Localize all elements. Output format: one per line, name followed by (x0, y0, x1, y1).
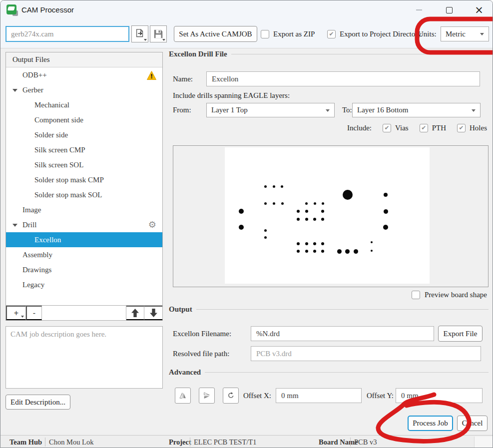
excellon-filename-label: Excellon Filename: (173, 326, 231, 341)
output-rule (196, 309, 489, 310)
mirror-vertical-icon (202, 390, 211, 401)
cam-job-description[interactable]: CAM job description goes here. (5, 326, 163, 389)
camjob-filename-input[interactable]: gerb274x.cam (5, 26, 129, 42)
include-holes-label: Holes (470, 124, 487, 132)
layer-from-select[interactable]: Layer 1 Top (206, 103, 335, 117)
tree-item-solder-side[interactable]: Solder side (6, 127, 162, 142)
drill-hole-dot (313, 218, 316, 221)
rotate-button[interactable] (223, 388, 239, 404)
name-input[interactable]: Excellon (206, 71, 480, 86)
tree-item-label: ODB++ (6, 71, 47, 79)
resize-grip[interactable] (474, 437, 493, 448)
drill-hole-dot (322, 202, 324, 205)
units-value: Metric (446, 30, 466, 38)
board-name-label: Board Name (319, 436, 358, 448)
export-file-button[interactable]: Export File (438, 326, 483, 342)
drill-hole-dot (281, 202, 284, 205)
tree-item-drill[interactable]: Drill⚙ (6, 217, 162, 232)
tree-item-label: Solder side (6, 131, 68, 139)
tree-item-label: Silk screen SOL (6, 161, 83, 169)
process-job-button[interactable]: Process Job (408, 416, 453, 431)
gear-icon[interactable]: ⚙ (148, 220, 156, 230)
project-value: ELEC PCB TEST/T1 (194, 436, 256, 448)
drill-hole-dot (321, 218, 324, 221)
export-dropdown-caret-icon[interactable] (144, 39, 147, 41)
tree-item-excellon[interactable]: Excellon (6, 232, 162, 247)
board-name-value: PCB v3 (354, 436, 377, 448)
tree-item-odb-[interactable]: ODB++! (6, 67, 162, 82)
drill-hole-dot (297, 210, 300, 213)
include-holes-checkbox[interactable]: ✔ (457, 124, 466, 132)
maximize-button[interactable] (440, 0, 458, 19)
drill-hole-dot (264, 202, 267, 205)
minimize-button[interactable] (410, 0, 428, 19)
output-title: Output (169, 305, 192, 314)
from-label: From: (173, 103, 191, 117)
drill-hole-dot (264, 185, 267, 188)
expander-icon[interactable] (12, 224, 17, 227)
excellon-filename-input[interactable]: %N.drd (251, 326, 434, 341)
add-dropdown-caret-icon[interactable] (21, 316, 24, 318)
tree-item-solder-stop-mask-sol[interactable]: Solder stop mask SOL (6, 187, 162, 202)
tree-item-component-side[interactable]: Component side (6, 112, 162, 127)
tree-item-drawings[interactable]: Drawings (6, 262, 162, 277)
tree-item-silk-screen-cmp[interactable]: Silk screen CMP (6, 142, 162, 157)
output-section-header: Output (169, 305, 489, 313)
include-vias-label: Vias (395, 124, 409, 132)
preview-board-shape-checkbox[interactable] (412, 291, 420, 299)
drill-hole-dot (321, 210, 324, 213)
add-output-button[interactable]: + (6, 306, 26, 320)
drill-hole-dot (264, 229, 267, 232)
include-vias-checkbox[interactable]: ✔ (383, 124, 391, 132)
remove-output-button[interactable]: - (26, 306, 42, 320)
offset-x-input[interactable]: 0 mm (276, 388, 362, 403)
move-down-button[interactable] (144, 306, 162, 320)
drill-hole-dot (281, 185, 283, 188)
units-select[interactable]: Metric (441, 26, 489, 41)
save-camjob-button[interactable] (150, 25, 167, 42)
status-bar: Team Hub Chon Mou Lok Project ELEC PCB T… (0, 435, 493, 448)
team-hub-value: Chon Mou Lok (49, 436, 93, 448)
include-row: Include: ✔ Vias ✔ PTH ✔ Holes (300, 124, 487, 132)
export-camjob-button[interactable] (131, 25, 148, 42)
advanced-section-header: Advanced (169, 368, 489, 376)
layers-caption: Include drills spanning EAGLE layers: (173, 90, 290, 101)
set-active-camjob-button[interactable]: Set As Active CAMJOB (174, 26, 257, 42)
drill-hole-dot (239, 209, 244, 214)
export-to-project-label: Export to Project Directory (340, 26, 422, 42)
save-dropdown-caret-icon[interactable] (162, 39, 165, 41)
drill-hole-dot (305, 250, 308, 253)
tree-item-silk-screen-sol[interactable]: Silk screen SOL (6, 157, 162, 172)
tree-item-solder-stop-mask-cmp[interactable]: Solder stop mask CMP (6, 172, 162, 187)
drill-hole-dot (313, 250, 316, 253)
tree-item-label: Mechanical (6, 101, 69, 109)
export-to-project-checkbox[interactable]: ✔ (327, 30, 336, 38)
edit-description-button[interactable]: Edit Description... (5, 395, 70, 410)
move-up-button[interactable] (126, 306, 144, 320)
mirror-vertical-button[interactable] (199, 388, 215, 404)
close-button[interactable]: × (470, 0, 488, 19)
units-label: Units: (418, 26, 437, 42)
maximize-icon (446, 7, 453, 13)
offset-y-input[interactable]: 0 mm (396, 388, 483, 403)
section-title: Excellon Drill File (169, 50, 227, 58)
layer-to-select[interactable]: Layer 16 Bottom (352, 103, 481, 117)
board-preview-area (225, 147, 430, 284)
output-files-panel: Output Files ODB++!GerberMechanicalCompo… (5, 52, 163, 321)
tree-item-label: Silk screen CMP (6, 146, 85, 154)
drill-hole-dot (273, 185, 275, 188)
drill-hole-dot (321, 242, 324, 245)
cancel-button[interactable]: Cancel (457, 416, 488, 431)
drill-hole-dot (305, 210, 308, 213)
tree-item-legacy[interactable]: Legacy (6, 277, 162, 292)
tree-item-mechanical[interactable]: Mechanical (6, 97, 162, 112)
status-divider (190, 438, 190, 447)
tree-item-gerber[interactable]: Gerber (6, 82, 162, 97)
mirror-horizontal-button[interactable] (175, 388, 191, 404)
tree-item-label: Legacy (6, 281, 44, 289)
tree-item-assembly[interactable]: Assembly (6, 247, 162, 262)
tree-item-image[interactable]: Image (6, 202, 162, 217)
export-as-zip-checkbox[interactable] (261, 30, 269, 38)
expander-icon[interactable] (12, 89, 17, 92)
include-pth-checkbox[interactable]: ✔ (420, 124, 428, 132)
